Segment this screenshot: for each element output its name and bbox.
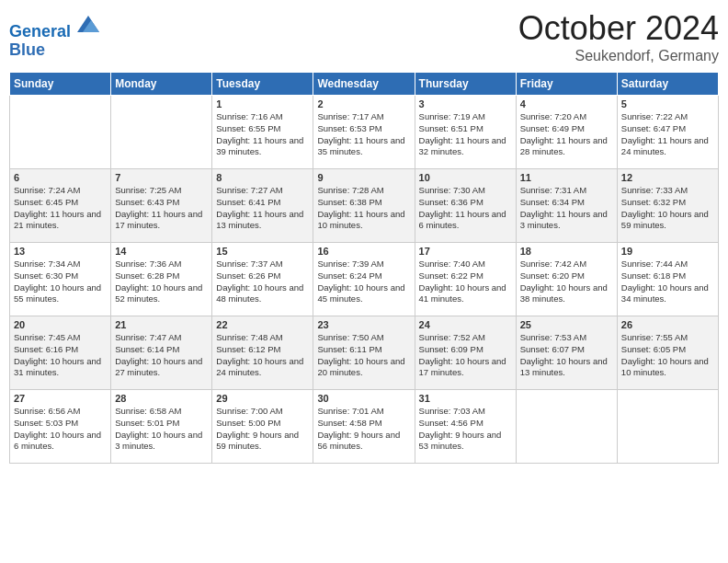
calendar-body: 1Sunrise: 7:16 AMSunset: 6:55 PMDaylight… [10, 96, 719, 464]
calendar-day-cell: 11Sunrise: 7:31 AMSunset: 6:34 PMDayligh… [516, 169, 617, 243]
weekday-header-cell: Thursday [415, 73, 516, 96]
day-content: Sunrise: 7:42 AMSunset: 6:20 PMDaylight:… [520, 259, 613, 305]
day-number: 4 [520, 98, 613, 109]
calendar-week-row: 1Sunrise: 7:16 AMSunset: 6:55 PMDaylight… [10, 96, 719, 169]
day-number: 9 [317, 172, 410, 183]
calendar-day-cell: 12Sunrise: 7:33 AMSunset: 6:32 PMDayligh… [617, 169, 718, 243]
calendar-day-cell: 29Sunrise: 7:00 AMSunset: 5:00 PMDayligh… [212, 390, 313, 464]
day-number: 19 [621, 246, 714, 257]
calendar-day-cell: 15Sunrise: 7:37 AMSunset: 6:26 PMDayligh… [212, 243, 313, 316]
day-number: 27 [14, 393, 107, 404]
day-content: Sunrise: 7:27 AMSunset: 6:41 PMDaylight:… [216, 185, 309, 232]
calendar-day-cell: 17Sunrise: 7:40 AMSunset: 6:22 PMDayligh… [415, 243, 516, 316]
day-number: 16 [317, 246, 410, 257]
month-title: October 2024 [518, 9, 719, 48]
calendar-day-cell: 18Sunrise: 7:42 AMSunset: 6:20 PMDayligh… [516, 243, 617, 316]
weekday-header-row: SundayMondayTuesdayWednesdayThursdayFrid… [10, 73, 719, 96]
day-content: Sunrise: 7:01 AMSunset: 4:58 PMDaylight:… [317, 406, 410, 453]
calendar-day-cell: 10Sunrise: 7:30 AMSunset: 6:36 PMDayligh… [415, 169, 516, 243]
logo: General Blue [9, 15, 99, 60]
calendar-day-cell: 16Sunrise: 7:39 AMSunset: 6:24 PMDayligh… [313, 243, 415, 316]
day-number: 3 [419, 98, 512, 109]
calendar-day-cell [111, 96, 212, 169]
day-number: 17 [419, 246, 512, 257]
calendar-day-cell: 4Sunrise: 7:20 AMSunset: 6:49 PMDaylight… [516, 96, 617, 169]
weekday-header-cell: Tuesday [212, 73, 313, 96]
day-number: 31 [419, 393, 512, 404]
calendar-day-cell: 8Sunrise: 7:27 AMSunset: 6:41 PMDaylight… [212, 169, 313, 243]
calendar-day-cell [10, 96, 111, 169]
day-number: 6 [14, 172, 107, 183]
day-content: Sunrise: 7:47 AMSunset: 6:14 PMDaylight:… [115, 332, 208, 379]
day-content: Sunrise: 7:16 AMSunset: 6:55 PMDaylight:… [216, 111, 309, 158]
logo-icon [77, 13, 99, 35]
day-number: 24 [419, 319, 512, 330]
weekday-header-cell: Sunday [10, 73, 111, 96]
calendar-day-cell: 27Sunrise: 6:56 AMSunset: 5:03 PMDayligh… [10, 390, 111, 464]
day-number: 23 [317, 319, 410, 330]
day-content: Sunrise: 7:36 AMSunset: 6:28 PMDaylight:… [115, 259, 208, 305]
weekday-header-cell: Monday [111, 73, 212, 96]
calendar-day-cell: 20Sunrise: 7:45 AMSunset: 6:16 PMDayligh… [10, 316, 111, 390]
day-content: Sunrise: 7:33 AMSunset: 6:32 PMDaylight:… [621, 185, 714, 232]
day-number: 29 [216, 393, 309, 404]
calendar-day-cell: 6Sunrise: 7:24 AMSunset: 6:45 PMDaylight… [10, 169, 111, 243]
calendar-day-cell: 25Sunrise: 7:53 AMSunset: 6:07 PMDayligh… [516, 316, 617, 390]
day-number: 22 [216, 319, 309, 330]
logo-text: General [9, 15, 99, 41]
day-number: 15 [216, 246, 309, 257]
calendar-day-cell: 1Sunrise: 7:16 AMSunset: 6:55 PMDaylight… [212, 96, 313, 169]
calendar-day-cell: 9Sunrise: 7:28 AMSunset: 6:38 PMDaylight… [313, 169, 415, 243]
day-content: Sunrise: 6:58 AMSunset: 5:01 PMDaylight:… [115, 406, 208, 453]
day-content: Sunrise: 6:56 AMSunset: 5:03 PMDaylight:… [14, 406, 107, 453]
calendar-week-row: 13Sunrise: 7:34 AMSunset: 6:30 PMDayligh… [10, 243, 719, 316]
calendar-day-cell: 3Sunrise: 7:19 AMSunset: 6:51 PMDaylight… [415, 96, 516, 169]
day-content: Sunrise: 7:20 AMSunset: 6:49 PMDaylight:… [520, 111, 613, 158]
calendar-day-cell: 5Sunrise: 7:22 AMSunset: 6:47 PMDaylight… [617, 96, 718, 169]
day-number: 26 [621, 319, 714, 330]
day-number: 25 [520, 319, 613, 330]
calendar-week-row: 20Sunrise: 7:45 AMSunset: 6:16 PMDayligh… [10, 316, 719, 390]
day-number: 21 [115, 319, 208, 330]
calendar-day-cell: 7Sunrise: 7:25 AMSunset: 6:43 PMDaylight… [111, 169, 212, 243]
day-content: Sunrise: 7:45 AMSunset: 6:16 PMDaylight:… [14, 332, 107, 379]
calendar-day-cell: 19Sunrise: 7:44 AMSunset: 6:18 PMDayligh… [617, 243, 718, 316]
calendar-day-cell: 2Sunrise: 7:17 AMSunset: 6:53 PMDaylight… [313, 96, 415, 169]
day-content: Sunrise: 7:50 AMSunset: 6:11 PMDaylight:… [317, 332, 410, 379]
day-content: Sunrise: 7:55 AMSunset: 6:05 PMDaylight:… [621, 332, 714, 379]
weekday-header-cell: Saturday [617, 73, 718, 96]
day-number: 10 [419, 172, 512, 183]
day-number: 1 [216, 98, 309, 109]
day-number: 2 [317, 98, 410, 109]
day-number: 8 [216, 172, 309, 183]
day-number: 5 [621, 98, 714, 109]
calendar-day-cell: 26Sunrise: 7:55 AMSunset: 6:05 PMDayligh… [617, 316, 718, 390]
day-content: Sunrise: 7:44 AMSunset: 6:18 PMDaylight:… [621, 259, 714, 305]
calendar-day-cell: 13Sunrise: 7:34 AMSunset: 6:30 PMDayligh… [10, 243, 111, 316]
day-content: Sunrise: 7:31 AMSunset: 6:34 PMDaylight:… [520, 185, 613, 232]
day-number: 14 [115, 246, 208, 257]
calendar-day-cell: 23Sunrise: 7:50 AMSunset: 6:11 PMDayligh… [313, 316, 415, 390]
day-content: Sunrise: 7:19 AMSunset: 6:51 PMDaylight:… [419, 111, 512, 158]
day-content: Sunrise: 7:17 AMSunset: 6:53 PMDaylight:… [317, 111, 410, 158]
day-number: 13 [14, 246, 107, 257]
day-content: Sunrise: 7:48 AMSunset: 6:12 PMDaylight:… [216, 332, 309, 379]
day-content: Sunrise: 7:03 AMSunset: 4:56 PMDaylight:… [419, 406, 512, 453]
day-content: Sunrise: 7:40 AMSunset: 6:22 PMDaylight:… [419, 259, 512, 305]
calendar-week-row: 27Sunrise: 6:56 AMSunset: 5:03 PMDayligh… [10, 390, 719, 464]
calendar-day-cell: 21Sunrise: 7:47 AMSunset: 6:14 PMDayligh… [111, 316, 212, 390]
day-number: 20 [14, 319, 107, 330]
day-content: Sunrise: 7:24 AMSunset: 6:45 PMDaylight:… [14, 185, 107, 232]
calendar-day-cell: 22Sunrise: 7:48 AMSunset: 6:12 PMDayligh… [212, 316, 313, 390]
day-number: 7 [115, 172, 208, 183]
day-content: Sunrise: 7:28 AMSunset: 6:38 PMDaylight:… [317, 185, 410, 232]
day-number: 30 [317, 393, 410, 404]
calendar-week-row: 6Sunrise: 7:24 AMSunset: 6:45 PMDaylight… [10, 169, 719, 243]
day-content: Sunrise: 7:00 AMSunset: 5:00 PMDaylight:… [216, 406, 309, 453]
day-content: Sunrise: 7:34 AMSunset: 6:30 PMDaylight:… [14, 259, 107, 305]
calendar-day-cell: 31Sunrise: 7:03 AMSunset: 4:56 PMDayligh… [415, 390, 516, 464]
day-content: Sunrise: 7:52 AMSunset: 6:09 PMDaylight:… [419, 332, 512, 379]
logo-text2: Blue [9, 41, 99, 60]
day-content: Sunrise: 7:30 AMSunset: 6:36 PMDaylight:… [419, 185, 512, 232]
day-content: Sunrise: 7:22 AMSunset: 6:47 PMDaylight:… [621, 111, 714, 158]
